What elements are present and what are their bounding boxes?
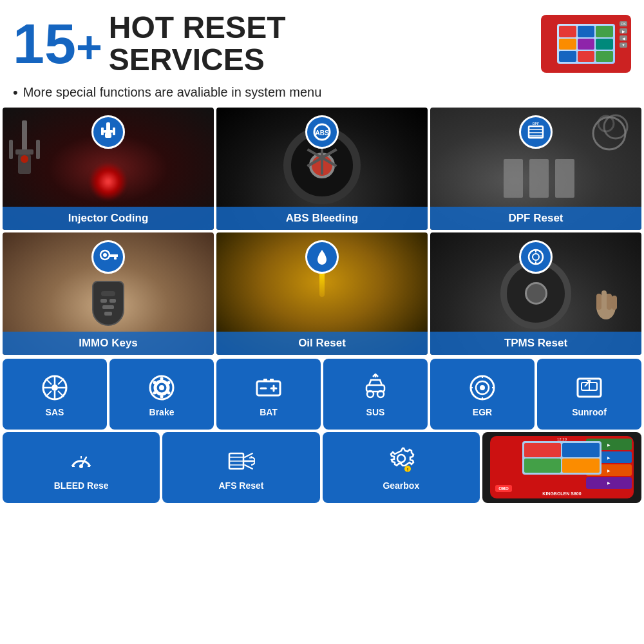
card-oil: Oil Reset xyxy=(216,232,428,355)
svg-rect-1 xyxy=(15,149,33,155)
hand-svg xyxy=(590,284,622,323)
icon-card-gearbox[interactable]: ! Gearbox xyxy=(323,432,480,503)
svg-point-69 xyxy=(480,385,485,390)
immo-badge xyxy=(91,240,125,274)
device-showcase-col: ▶ ▶ ▶ ▶ OBD KINGBOLEN S800 12:20 xyxy=(482,432,641,503)
device-screen-header xyxy=(557,24,615,64)
injector-icon xyxy=(99,122,118,142)
tpms-badge xyxy=(519,240,553,274)
icon-card-egr[interactable]: EGR xyxy=(430,359,535,430)
dpf-label: DPF Reset xyxy=(430,207,641,230)
dpf-pipes-svg xyxy=(497,140,574,204)
device-showcase-screen xyxy=(522,441,601,475)
injector-svg xyxy=(3,120,54,198)
card-tpms: TPMS Reset xyxy=(430,232,641,355)
speedometer-icon xyxy=(67,447,95,475)
hot-reset-text: HOT RESET SERVICES xyxy=(109,12,286,77)
icon-card-sunroof[interactable]: Sunroof xyxy=(537,359,641,430)
svg-line-47 xyxy=(58,391,64,397)
icon-card-afs[interactable]: AFS Reset xyxy=(162,432,319,503)
svg-rect-27 xyxy=(114,257,117,260)
svg-rect-13 xyxy=(504,159,523,198)
svg-text:ABS: ABS xyxy=(315,129,328,137)
subtitle-text: More special functions are avaliable in … xyxy=(23,85,322,100)
icon-card-sus[interactable]: SUS xyxy=(323,359,428,430)
svg-rect-4 xyxy=(9,140,13,159)
icon-grid-row2: BLEED Rese AFS Reset xyxy=(3,432,480,503)
svg-rect-33 xyxy=(612,296,617,310)
suspension-icon xyxy=(361,374,390,402)
svg-point-80 xyxy=(79,464,83,468)
gearbox-label: Gearbox xyxy=(383,480,419,491)
page: 15+ HOT RESET SERVICES xyxy=(0,0,644,644)
abs-badge: ABS xyxy=(305,115,339,149)
svg-point-54 xyxy=(160,395,164,398)
dpf-badge: DPF xyxy=(519,115,553,149)
svg-rect-10 xyxy=(113,128,115,135)
svg-rect-30 xyxy=(601,290,607,310)
svg-rect-8 xyxy=(105,133,111,138)
svg-rect-59 xyxy=(270,379,274,382)
icon-grid-row1: SAS Brake xyxy=(0,356,644,432)
svg-rect-32 xyxy=(607,294,612,310)
photo-grid: Injector Coding ABS xyxy=(0,108,644,355)
title-block: 15+ HOT RESET SERVICES xyxy=(13,12,528,77)
header: 15+ HOT RESET SERVICES xyxy=(0,0,644,82)
headlight-icon xyxy=(227,447,255,475)
tpms-label: TPMS Reset xyxy=(430,332,641,355)
tpms-icon xyxy=(526,247,545,267)
battery-icon xyxy=(254,374,283,402)
svg-rect-5 xyxy=(36,140,40,159)
device-image-header: OK ▶ ◀ ▼ xyxy=(541,15,631,73)
device-body-showcase: ▶ ▶ ▶ ▶ OBD KINGBOLEN S800 12:20 xyxy=(490,436,633,498)
svg-line-45 xyxy=(58,379,64,384)
sus-label: SUS xyxy=(366,407,385,417)
svg-line-44 xyxy=(46,379,52,384)
oil-icon xyxy=(312,247,332,267)
svg-point-53 xyxy=(167,391,171,394)
svg-rect-15 xyxy=(555,159,574,198)
svg-line-46 xyxy=(46,391,52,397)
svg-point-50 xyxy=(159,385,164,390)
afs-label: AFS Reset xyxy=(218,480,263,491)
oil-badge xyxy=(305,240,339,274)
svg-rect-7 xyxy=(104,130,113,133)
svg-point-25 xyxy=(103,253,107,257)
smoke-svg xyxy=(583,114,635,159)
gearbox-icon: ! xyxy=(387,447,415,475)
svg-rect-58 xyxy=(263,379,267,382)
immo-label: IMMO Keys xyxy=(3,332,214,355)
svg-point-35 xyxy=(533,254,539,260)
svg-rect-14 xyxy=(529,159,549,198)
svg-rect-31 xyxy=(596,294,601,310)
icon-card-brake[interactable]: Brake xyxy=(109,359,214,430)
injector-label: Injector Coding xyxy=(3,207,214,230)
key-visual xyxy=(92,281,124,326)
egr-icon xyxy=(468,374,497,402)
svg-point-91 xyxy=(397,455,405,462)
sunroof-label: Sunroof xyxy=(572,407,607,417)
key-icon xyxy=(99,247,118,267)
svg-point-52 xyxy=(167,381,171,384)
svg-point-56 xyxy=(153,381,156,384)
icon-card-bat[interactable]: BAT xyxy=(216,359,321,430)
icon-card-sas[interactable]: SAS xyxy=(3,359,107,430)
egr-label: EGR xyxy=(473,407,492,417)
icon-card-bleed[interactable]: BLEED Rese xyxy=(3,432,160,503)
brake-label: Brake xyxy=(149,407,175,417)
subtitle: • More special functions are avaliable i… xyxy=(0,82,644,108)
device-brand-label: KINGBOLEN S800 xyxy=(490,491,633,496)
sas-label: SAS xyxy=(46,407,64,417)
card-injector: Injector Coding xyxy=(3,108,214,230)
bottom-section: BLEED Rese AFS Reset xyxy=(0,432,644,506)
card-abs: ABS ABS Bleeding xyxy=(216,108,428,230)
hot-reset-line2: SERVICES xyxy=(109,44,286,76)
abs-label: ABS Bleeding xyxy=(216,207,428,230)
svg-point-39 xyxy=(52,384,58,391)
svg-rect-9 xyxy=(101,128,104,135)
sunroof-icon xyxy=(575,374,603,402)
hot-reset-line1: HOT RESET xyxy=(109,12,286,44)
svg-rect-0 xyxy=(22,120,27,153)
svg-rect-26 xyxy=(109,254,118,257)
brake-icon xyxy=(147,374,176,402)
